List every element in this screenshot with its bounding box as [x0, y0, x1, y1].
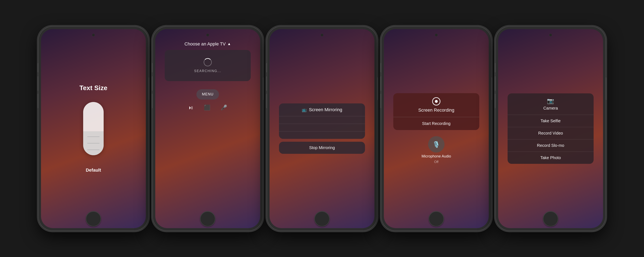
airplay-controls: MENU ⏯ ⬛ 🎤: [165, 89, 251, 111]
home-button-5[interactable]: [543, 211, 558, 226]
recording-title: Screen Recording: [418, 108, 454, 113]
take-selfie-item[interactable]: Take Selfie: [508, 115, 594, 127]
camera-dot-4: [435, 34, 438, 36]
record-video-label: Record Video: [538, 131, 563, 136]
recording-panel: Screen Recording Start Recording: [393, 93, 479, 130]
home-button-2[interactable]: [200, 211, 216, 226]
phone5-content: 📷 Camera Take Selfie Record Video: [498, 29, 603, 228]
record-dot: [435, 100, 438, 103]
camera-dot-1: [92, 34, 95, 36]
microphone-audio-icon: 🎙️: [432, 141, 440, 148]
airplay-searching: SEARCHING...: [165, 50, 251, 81]
phones-container: Text Size Default: [34, 22, 610, 235]
slider-top: [83, 102, 104, 131]
record-slomo-label: Record Slo-mo: [537, 143, 564, 148]
iphone-1: Text Size Default: [38, 26, 149, 231]
home-button-3[interactable]: [314, 211, 330, 226]
home-button-4[interactable]: [429, 211, 444, 226]
iphone-5: 📷 Camera Take Selfie Record Video: [495, 26, 606, 231]
phone3-content: 📺 Screen Mirroring Stop Mirroring: [270, 29, 374, 228]
microphone-icon[interactable]: 🎤: [220, 104, 227, 111]
text-size-slider[interactable]: [83, 102, 104, 155]
camera-dot-2: [206, 34, 209, 36]
mic-status-label: Off: [434, 160, 438, 164]
record-video-item[interactable]: Record Video: [508, 127, 594, 139]
screen-mirroring-icon: 📺: [302, 107, 307, 112]
text-size-title: Text Size: [80, 84, 107, 92]
chevron-up-icon: ▲: [227, 42, 231, 46]
airplay-panel: SEARCHING...: [165, 50, 251, 81]
home-button-1[interactable]: [86, 211, 101, 226]
take-photo-item[interactable]: Take Photo: [508, 152, 594, 164]
stop-mirroring-button[interactable]: Stop Mirroring: [279, 142, 365, 154]
searching-spinner: [204, 58, 212, 66]
mirroring-item-1[interactable]: [279, 116, 365, 124]
mirroring-item-2[interactable]: [279, 124, 365, 131]
airplay-title-text: Choose an Apple TV: [184, 41, 226, 47]
start-recording-button[interactable]: Start Recording: [393, 117, 479, 130]
iphone-3: 📺 Screen Mirroring Stop Mirroring: [267, 26, 377, 231]
screen-mirroring-title: Screen Mirroring: [309, 107, 342, 112]
take-photo-label: Take Photo: [540, 156, 561, 160]
mic-audio-label: Microphone Audio: [422, 154, 451, 158]
camera-dot-5: [549, 34, 552, 36]
slider-line-1: [87, 136, 100, 137]
recording-header: Screen Recording: [393, 93, 479, 117]
camera-icon: 📷: [547, 98, 554, 104]
phone1-content: Text Size Default: [41, 29, 146, 228]
mirroring-item-3[interactable]: [279, 132, 365, 139]
camera-header-item[interactable]: 📷 Camera: [508, 94, 594, 115]
play-pause-icon[interactable]: ⏯: [188, 104, 194, 111]
iphone-4: Screen Recording Start Recording 🎙️ Micr…: [381, 26, 492, 231]
camera-dot-3: [320, 34, 324, 36]
airplay-screen-icon[interactable]: ⬛: [204, 104, 210, 111]
phone4-content: Screen Recording Start Recording 🎙️ Micr…: [384, 29, 489, 228]
camera-panel: 📷 Camera Take Selfie Record Video: [508, 94, 594, 164]
mirroring-panel: 📺 Screen Mirroring: [279, 104, 365, 139]
phone2-content: Choose an Apple TV ▲ SEARCHING... MENU ⏯: [155, 29, 260, 228]
slider-line-3: [87, 150, 100, 150]
camera-label: Camera: [543, 106, 558, 110]
airplay-header: Choose an Apple TV ▲: [184, 41, 231, 47]
record-slomo-item[interactable]: Record Slo-mo: [508, 140, 594, 152]
iphone-2: Choose an Apple TV ▲ SEARCHING... MENU ⏯: [152, 26, 263, 231]
mic-circle-button[interactable]: 🎙️: [428, 136, 444, 152]
mirroring-header: 📺 Screen Mirroring: [279, 104, 365, 116]
menu-button[interactable]: MENU: [196, 89, 219, 100]
mic-panel: 🎙️ Microphone Audio Off: [422, 136, 451, 164]
take-selfie-label: Take Selfie: [540, 118, 561, 123]
slider-line-2: [87, 143, 100, 144]
stop-mirroring-panel: Stop Mirroring: [279, 142, 365, 154]
record-icon: [432, 97, 440, 106]
control-row: ⏯ ⬛ 🎤: [188, 104, 227, 111]
slider-bottom: [83, 131, 104, 155]
text-size-default-label: Default: [86, 168, 101, 173]
searching-text: SEARCHING...: [194, 69, 221, 73]
